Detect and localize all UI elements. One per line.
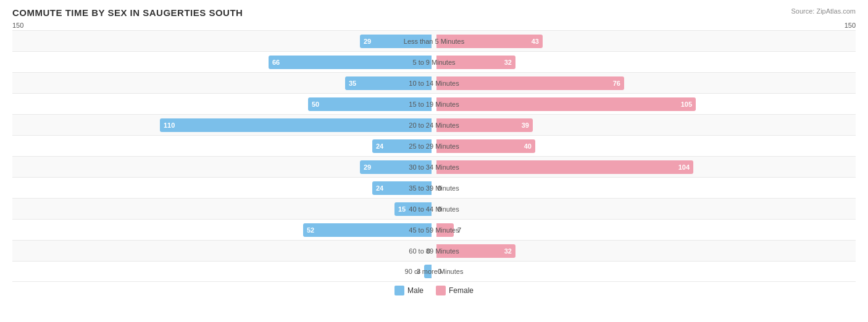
male-value-inside: 110 (164, 122, 175, 129)
bar-male: 15 (394, 202, 432, 216)
bar-female: 32 (436, 244, 515, 258)
right-side: 32 (434, 241, 856, 261)
bar-male: 3 (424, 265, 432, 278)
left-side: 110 (12, 115, 434, 135)
male-value-inside: 15 (398, 205, 406, 213)
bar-section: 24 35 to 39 Minutes 0 (12, 178, 856, 198)
female-value-inside: 40 (524, 142, 532, 150)
table-row: 0 60 to 89 Minutes 32 (12, 240, 856, 261)
axis-labels: 150 150 (12, 22, 856, 29)
right-side: 0 (434, 199, 856, 219)
bar-section: 3 90 or more Minutes 0 (12, 262, 856, 281)
right-side: 7 (434, 220, 856, 240)
table-row: 66 5 to 9 Minutes 32 (12, 51, 856, 72)
bar-section: 29 Less than 5 Minutes 43 (12, 31, 856, 51)
right-side: 39 (434, 115, 856, 135)
bar-section: 110 20 to 24 Minutes 39 (12, 115, 856, 135)
bar-section: 66 5 to 9 Minutes 32 (12, 52, 856, 72)
bar-section: 0 60 to 89 Minutes 32 (12, 241, 856, 261)
female-value-zero: 0 (438, 205, 441, 213)
table-row: 35 10 to 14 Minutes 76 (12, 72, 856, 93)
bar-section: 52 45 to 59 Minutes 7 (12, 220, 856, 240)
male-value-inside: 50 (312, 101, 319, 108)
right-side: 104 (434, 157, 856, 177)
source-text: Source: ZipAtlas.com (791, 7, 856, 15)
bar-male: 52 (303, 223, 432, 237)
left-side: 66 (12, 52, 434, 72)
right-side: 76 (434, 73, 856, 93)
bar-male: 50 (308, 97, 432, 111)
bar-female: 43 (436, 35, 543, 48)
left-side: 35 (12, 73, 434, 93)
bars-area: 29 Less than 5 Minutes 43 66 5 to 9 Minu… (12, 30, 856, 282)
male-value-zero: 0 (427, 247, 430, 255)
male-value-inside: 52 (307, 226, 314, 234)
male-value-inside: 24 (376, 142, 383, 150)
bar-section: 35 10 to 14 Minutes 76 (12, 73, 856, 93)
bar-female: 7 (436, 223, 454, 237)
table-row: 24 35 to 39 Minutes 0 (12, 177, 856, 198)
table-row: 15 40 to 44 Minutes 0 (12, 198, 856, 219)
bar-section: 24 25 to 29 Minutes 40 (12, 136, 856, 156)
male-value-inside: 24 (376, 184, 383, 192)
table-row: 3 90 or more Minutes 0 (12, 261, 856, 282)
bar-male: 110 (160, 118, 432, 132)
female-value-inside: 104 (678, 163, 690, 171)
left-side: 15 (12, 199, 434, 219)
male-value-inside: 29 (364, 38, 371, 45)
legend: Male Female (12, 286, 856, 295)
legend-male: Male (394, 286, 424, 295)
right-side: 40 (434, 136, 856, 156)
female-value-zero: 0 (438, 268, 441, 275)
bar-male: 66 (269, 56, 432, 69)
legend-female-box (436, 286, 446, 295)
axis-left: 150 (12, 22, 23, 29)
left-side: 29 (12, 157, 434, 177)
left-side: 50 (12, 94, 434, 114)
left-side: 24 (12, 136, 434, 156)
left-side: 0 (12, 241, 434, 261)
bar-male: 24 (372, 139, 432, 153)
male-value-inside: 29 (364, 163, 371, 171)
male-value-inside: 66 (272, 59, 280, 66)
male-value-inside: 35 (349, 80, 356, 87)
bar-female: 76 (436, 76, 624, 90)
bar-female: 32 (436, 56, 515, 69)
table-row: 110 20 to 24 Minutes 39 (12, 114, 856, 135)
bar-male: 29 (360, 35, 432, 48)
chart-container: COMMUTE TIME BY SEX IN SAUGERTIES SOUTH … (0, 0, 868, 322)
female-value-inside: 32 (504, 247, 512, 255)
bar-section: 29 30 to 34 Minutes 104 (12, 157, 856, 177)
table-row: 24 25 to 29 Minutes 40 (12, 135, 856, 156)
left-side: 29 (12, 31, 434, 51)
legend-male-label: Male (407, 286, 424, 295)
female-value-zero: 0 (438, 184, 441, 192)
right-side: 0 (434, 262, 856, 281)
bar-section: 15 40 to 44 Minutes 0 (12, 199, 856, 219)
female-value-inside: 39 (522, 122, 529, 129)
table-row: 50 15 to 19 Minutes 105 (12, 93, 856, 114)
left-side: 52 (12, 220, 434, 240)
male-value-outside: 3 (417, 268, 424, 275)
female-value-inside: 32 (504, 59, 512, 66)
right-side: 32 (434, 52, 856, 72)
bar-section: 50 15 to 19 Minutes 105 (12, 94, 856, 114)
bar-female: 39 (436, 118, 533, 132)
right-side: 0 (434, 178, 856, 198)
bar-female: 104 (436, 160, 693, 174)
legend-female-label: Female (449, 286, 474, 295)
table-row: 52 45 to 59 Minutes 7 (12, 219, 856, 240)
legend-female: Female (436, 286, 474, 295)
right-side: 105 (434, 94, 856, 114)
female-value-outside: 7 (454, 226, 461, 234)
left-side: 24 (12, 178, 434, 198)
table-row: 29 Less than 5 Minutes 43 (12, 30, 856, 51)
table-row: 29 30 to 34 Minutes 104 (12, 156, 856, 177)
chart-title: COMMUTE TIME BY SEX IN SAUGERTIES SOUTH (12, 7, 856, 18)
female-value-inside: 105 (681, 101, 692, 108)
legend-male-box (394, 286, 404, 295)
bar-male: 35 (345, 76, 432, 90)
bar-male: 29 (360, 160, 432, 174)
bar-male: 24 (372, 181, 432, 195)
right-side: 43 (434, 31, 856, 51)
